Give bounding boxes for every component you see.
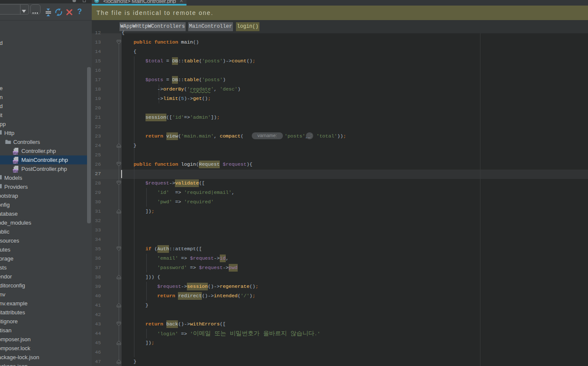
svg-text:php: php (13, 161, 18, 164)
svg-text:php: php (13, 152, 18, 155)
svg-text:php: php (13, 170, 18, 173)
